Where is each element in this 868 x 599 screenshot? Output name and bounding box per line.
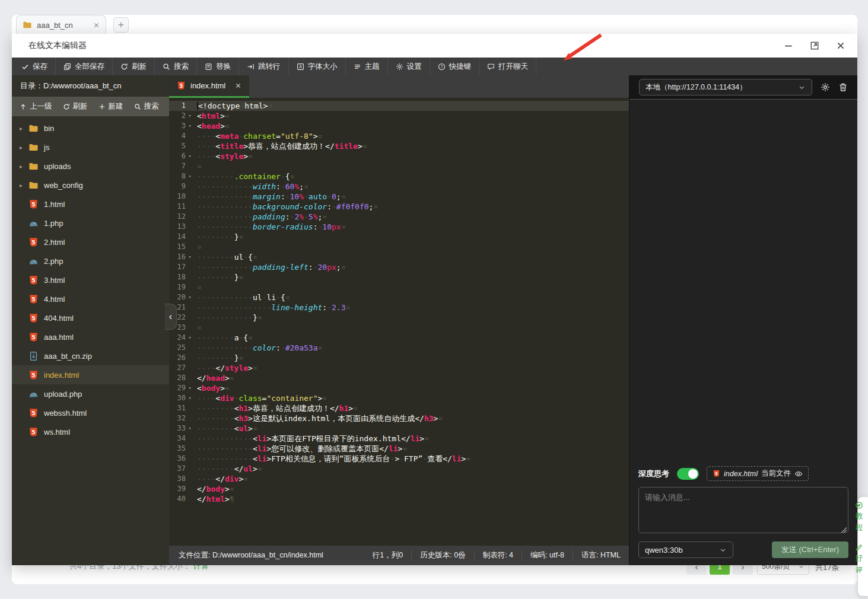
code-line: 23¤ [169, 323, 629, 333]
server-select[interactable]: 本地（http://127.0.0.1:11434） [639, 79, 812, 95]
deep-think-toggle[interactable] [677, 468, 699, 480]
side-widget-item[interactable]: 教程 [851, 501, 867, 533]
eye-icon[interactable] [794, 470, 803, 478]
status-encoding[interactable]: 编码: utf-8 [522, 550, 573, 561]
folder-item-uploads[interactable]: ▸uploads [12, 157, 169, 176]
file-item-3.html[interactable]: 53.html [12, 270, 169, 289]
search-icon [134, 103, 141, 110]
code-line: 32········<h3>这是默认index.html，本页面由系统自动生成<… [169, 413, 629, 423]
file-item-aaa_bt_cn.zip[interactable]: aaa_bt_cn.zip [12, 346, 169, 365]
current-file-chip[interactable]: 5 index.html 当前文件 [707, 466, 809, 481]
status-history-versions[interactable]: 历史版本: 0份 [411, 550, 473, 561]
folder-item-js[interactable]: ▸js [12, 138, 169, 157]
code-area[interactable]: 1<!doctype·html>¤2▾<html>¤3▾<head>¤4····… [169, 98, 629, 546]
maximize-icon[interactable] [810, 41, 819, 50]
folder-item-bin[interactable]: ▸bin [12, 119, 169, 138]
side-widget-item[interactable]: 好评 [851, 543, 867, 575]
file-item-ws.html[interactable]: 5ws.html [12, 422, 169, 441]
line-number: 22 [177, 313, 186, 323]
sidebar-refresh-button[interactable]: 刷新 [58, 97, 93, 116]
clear-chat-trash-icon[interactable] [838, 82, 848, 92]
fold-arrow-icon[interactable]: ▾ [186, 151, 194, 161]
code-line: 18········}¤ [169, 272, 629, 282]
folder-item-web_config[interactable]: ▸web_config [12, 176, 169, 195]
sidebar-new-button[interactable]: 新建 [93, 97, 129, 116]
editor-tab-bar: 5 index.html [169, 75, 629, 98]
folder-icon [23, 20, 32, 30]
send-button[interactable]: 发送 (Ctrl+Enter) [772, 541, 848, 558]
file-item-4.html[interactable]: 54.html [12, 289, 169, 308]
close-icon[interactable] [93, 22, 100, 28]
expand-caret-icon[interactable]: ▸ [20, 182, 28, 189]
toolbar-refresh-button[interactable]: 刷新 [113, 58, 155, 75]
line-number: 24 [177, 333, 186, 343]
toolbar-open-chat-button[interactable]: 打开聊天 [479, 58, 536, 75]
file-name: 404.html [44, 314, 74, 323]
file-item-2.html[interactable]: 52.html [12, 232, 169, 251]
fold-arrow-icon[interactable]: ▾ [186, 111, 194, 121]
file-item-webssh.html[interactable]: 5webssh.html [12, 403, 169, 422]
html5-icon: 5 [28, 427, 39, 437]
file-item-404.html[interactable]: 5404.html [12, 308, 169, 327]
status-tab-size[interactable]: 制表符: 4 [474, 550, 522, 561]
file-item-1.html[interactable]: 51.html [12, 195, 169, 214]
resize-handle[interactable] [841, 527, 847, 533]
pencil-icon [855, 543, 863, 552]
sidebar-collapse-handle[interactable]: ‹ [165, 304, 177, 330]
expand-caret-icon[interactable]: ▸ [20, 144, 28, 151]
expand-caret-icon[interactable]: ▸ [20, 163, 28, 170]
fold-arrow-icon[interactable]: ▾ [186, 333, 194, 343]
new-tab-button[interactable]: + [113, 17, 129, 33]
code-line: 40</html>¶ [169, 494, 629, 504]
sidebar-up-button[interactable]: 上一级 [14, 97, 58, 116]
toolbar-goto-line-button[interactable]: 跳转行 [239, 58, 289, 75]
line-number: 31 [177, 403, 186, 413]
chat-message-input[interactable] [638, 487, 848, 533]
line-number: 35 [177, 444, 186, 454]
close-window-icon[interactable] [836, 41, 845, 50]
line-number: 28 [177, 373, 186, 383]
toolbar-save-all-button[interactable]: 全部保存 [56, 58, 113, 75]
file-name: webssh.html [44, 409, 87, 418]
file-name: index.html [44, 371, 79, 380]
fold-arrow-icon[interactable]: ▾ [186, 423, 194, 434]
fold-arrow-icon[interactable]: ▾ [186, 121, 194, 131]
browser-tab-label: aaa_bt_cn [37, 21, 93, 30]
file-name: 3.html [44, 276, 65, 285]
toolbar-shortcuts-button[interactable]: ?快捷键 [430, 58, 480, 75]
toolbar-font-size-button[interactable]: A字体大小 [289, 58, 346, 75]
file-item-index.html[interactable]: 5index.html [12, 365, 169, 384]
svg-text:5: 5 [31, 372, 35, 378]
browser-tab-aaa_bt_cn[interactable]: aaa_bt_cn [16, 15, 106, 34]
fold-arrow-icon[interactable]: ▾ [186, 393, 194, 403]
fold-arrow-icon[interactable]: ▾ [186, 171, 194, 181]
file-item-1.php[interactable]: 1.php [12, 214, 169, 232]
code-line: 22············}¤ [169, 313, 629, 323]
code-line: 17············padding-left:·20px;¤ [169, 262, 629, 272]
fold-arrow-icon[interactable]: ▾ [186, 292, 194, 302]
html5-icon: 5 [28, 313, 39, 323]
theme-icon [354, 63, 361, 71]
toolbar-search-button[interactable]: 搜索 [155, 58, 197, 75]
file-item-2.php[interactable]: 2.php [12, 251, 169, 270]
sidebar-search-button[interactable]: 搜索 [129, 97, 164, 116]
toolbar-replace-button[interactable]: 替换 [197, 58, 239, 75]
expand-caret-icon[interactable]: ▸ [20, 125, 28, 132]
fold-arrow-icon[interactable]: ▾ [186, 383, 194, 393]
code-line: 30▾····<div·class="container">¤ [169, 393, 629, 403]
fold-arrow-icon[interactable]: ▾ [186, 252, 194, 262]
plus-icon [98, 103, 106, 110]
model-select[interactable]: qwen3:30b [638, 541, 733, 558]
toolbar-theme-button[interactable]: 主题 [346, 58, 388, 75]
toolbar-save-button[interactable]: 保存 [12, 58, 56, 75]
close-tab-icon[interactable] [235, 82, 241, 89]
editor-tab-index-html[interactable]: 5 index.html [169, 75, 249, 98]
file-item-aaa.html[interactable]: 5aaa.html [12, 327, 169, 346]
chat-settings-gear-icon[interactable] [821, 82, 830, 92]
minimize-icon[interactable] [784, 41, 793, 50]
file-item-upload.php[interactable]: upload.php [12, 384, 169, 403]
red-annotation-arrow [551, 28, 610, 70]
status-language[interactable]: 语言: HTML [573, 550, 629, 561]
toolbar-settings-button[interactable]: 设置 [388, 58, 430, 75]
html5-icon: 5 [28, 237, 39, 247]
